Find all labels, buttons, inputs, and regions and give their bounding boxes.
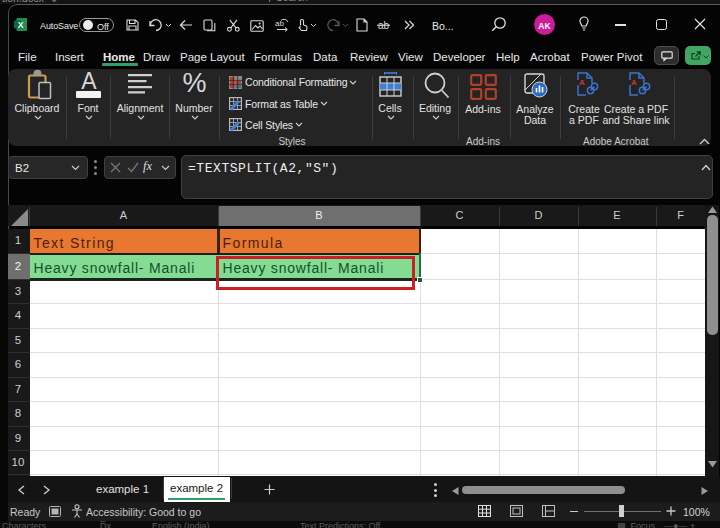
svg-text:ab: ab: [275, 19, 284, 28]
svg-text:A: A: [579, 78, 585, 87]
svg-text:A: A: [631, 78, 637, 87]
svg-text:X: X: [18, 20, 24, 30]
